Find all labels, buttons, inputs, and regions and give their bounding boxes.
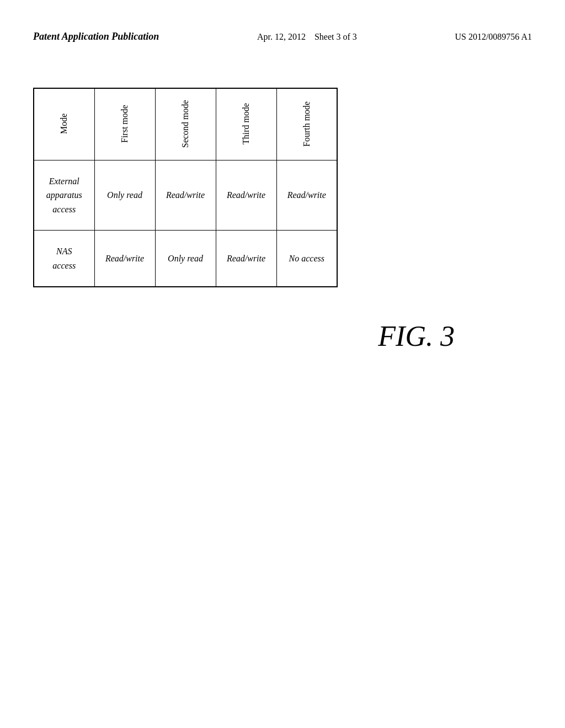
sheet-info: Sheet 3 of 3	[315, 32, 357, 41]
col-header-mode: Mode	[34, 88, 94, 160]
cell-nas-second: Only read	[155, 231, 216, 287]
cell-nas-fourth: No access	[276, 231, 337, 287]
table-row: NASaccess Read/write Only read Read/writ…	[34, 231, 337, 287]
cell-external-third: Read/write	[216, 160, 276, 231]
page-header: Patent Application Publication Apr. 12, …	[0, 0, 565, 55]
cell-nas-first: Read/write	[94, 231, 155, 287]
content-area: Mode First mode Second mode Third mode F…	[0, 55, 565, 309]
col-header-fourth: Fourth mode	[276, 88, 337, 160]
publication-label: Patent Application Publication	[33, 30, 159, 43]
col-header-first: First mode	[94, 88, 155, 160]
cell-external-second: Read/write	[155, 160, 216, 231]
access-mode-table: Mode First mode Second mode Third mode F…	[33, 88, 338, 287]
row-label-external: Externalapparatusaccess	[34, 160, 94, 231]
table-wrapper: Mode First mode Second mode Third mode F…	[33, 88, 338, 287]
patent-number: US 2012/0089756 A1	[455, 30, 532, 44]
col-header-third: Third mode	[216, 88, 276, 160]
publication-date: Apr. 12, 2012	[257, 32, 306, 41]
date-sheet-info: Apr. 12, 2012 Sheet 3 of 3	[257, 30, 357, 44]
cell-external-first: Only read	[94, 160, 155, 231]
page: Patent Application Publication Apr. 12, …	[0, 0, 565, 728]
cell-nas-third: Read/write	[216, 231, 276, 287]
row-label-nas: NASaccess	[34, 231, 94, 287]
figure-label: FIG. 3	[378, 320, 455, 352]
col-header-second: Second mode	[155, 88, 216, 160]
table-header-row: Mode First mode Second mode Third mode F…	[34, 88, 337, 160]
table-row: Externalapparatusaccess Only read Read/w…	[34, 160, 337, 231]
cell-external-fourth: Read/write	[276, 160, 337, 231]
